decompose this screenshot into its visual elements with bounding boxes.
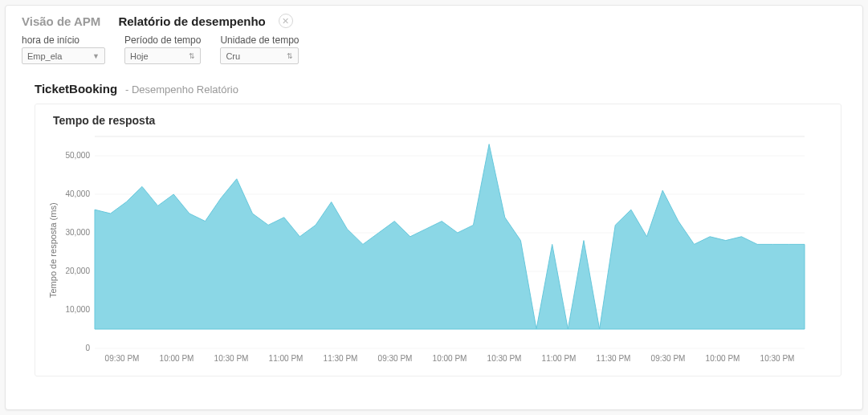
svg-text:10:00 PM: 10:00 PM (706, 354, 740, 363)
svg-text:10:30 PM: 10:30 PM (487, 354, 522, 363)
svg-text:09:30 PM: 09:30 PM (378, 354, 413, 363)
svg-text:40,000: 40,000 (65, 189, 90, 198)
svg-text:20,000: 20,000 (65, 266, 90, 275)
svg-text:11:00 PM: 11:00 PM (269, 354, 304, 363)
svg-text:10:30 PM: 10:30 PM (214, 354, 249, 363)
updown-icon: ⇅ (287, 52, 293, 60)
caret-down-icon: ▼ (92, 52, 100, 60)
start-time-select[interactable]: Emp_ela ▼ (22, 47, 105, 64)
svg-text:10:00 PM: 10:00 PM (433, 354, 467, 363)
tab-performance-report[interactable]: Relatório de desempenho (118, 14, 265, 28)
tab-apm-vision[interactable]: Visão de APM (22, 14, 100, 28)
start-time-label: hora de início (22, 35, 105, 46)
svg-text:0: 0 (85, 344, 90, 352)
svg-text:10:30 PM: 10:30 PM (760, 354, 795, 363)
report-subtitle: - Desempenho Relatório (125, 83, 238, 96)
app-name: TicketBooking (35, 82, 117, 96)
period-label: Período de tempo (124, 35, 201, 46)
y-axis-label: Tempo de resposta (ms) (47, 130, 58, 371)
svg-text:10,000: 10,000 (65, 305, 90, 314)
svg-text:30,000: 30,000 (65, 228, 90, 237)
svg-text:10:00 PM: 10:00 PM (160, 354, 194, 363)
svg-text:11:30 PM: 11:30 PM (324, 354, 358, 363)
close-tab-icon[interactable]: ✕ (279, 14, 293, 28)
time-unit-select[interactable]: Cru ⇅ (220, 47, 299, 64)
updown-icon: ⇅ (189, 52, 195, 60)
svg-text:09:30 PM: 09:30 PM (105, 354, 140, 363)
time-unit-label: Unidade de tempo (220, 35, 299, 46)
svg-text:11:30 PM: 11:30 PM (597, 354, 631, 363)
chart-svg: 010,00020,00030,00040,00050,00009:30 PM1… (58, 130, 813, 371)
period-select[interactable]: Hoje ⇅ (124, 47, 201, 64)
period-value: Hoje (130, 51, 149, 61)
svg-text:11:00 PM: 11:00 PM (542, 354, 577, 363)
svg-text:09:30 PM: 09:30 PM (651, 354, 686, 363)
chart-title: Tempo de resposta (47, 112, 829, 130)
svg-text:50,000: 50,000 (65, 151, 90, 160)
start-time-value: Emp_ela (27, 51, 62, 61)
response-time-chart: Tempo de resposta Tempo de resposta (ms)… (35, 104, 842, 376)
time-unit-value: Cru (226, 51, 240, 61)
